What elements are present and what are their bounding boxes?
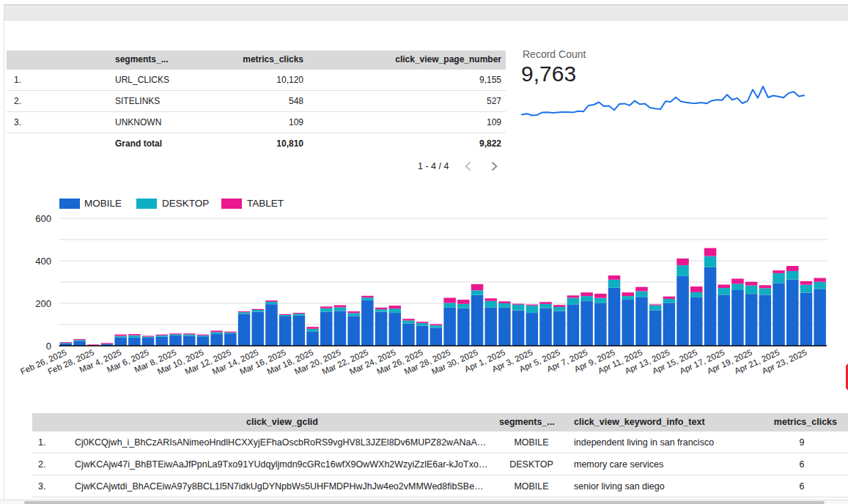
svg-text:600: 600 [35, 213, 51, 224]
svg-text:200: 200 [35, 298, 51, 309]
svg-text:400: 400 [35, 256, 51, 267]
svg-text:0: 0 [46, 341, 51, 352]
